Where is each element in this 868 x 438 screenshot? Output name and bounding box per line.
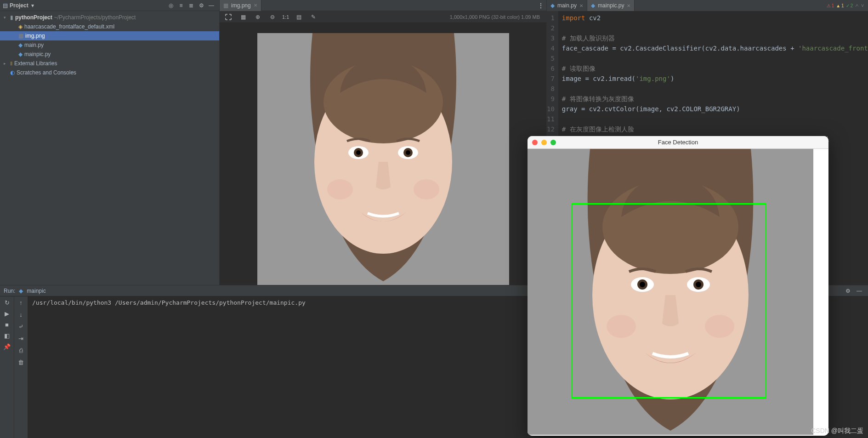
- python-file-icon: ◆: [550, 2, 555, 9]
- root-path: ~/PycharmProjects/pythonProject: [54, 14, 136, 21]
- detection-output-image: [528, 149, 813, 435]
- folder-icon: ▮: [10, 14, 13, 21]
- tab-mainpic-py[interactable]: ◆ mainpic.py ✕: [587, 0, 635, 11]
- python-file-icon: ◆: [591, 2, 595, 9]
- print-icon[interactable]: ⎙: [17, 346, 25, 354]
- py-file-icon: ◆: [18, 51, 23, 57]
- run-gutter-secondary: ↑ ↓ ⤶ ⇥ ⎙ 🗑: [14, 296, 28, 438]
- scratches-icon: ◐: [10, 69, 15, 76]
- fit-icon[interactable]: [223, 12, 233, 22]
- background-icon[interactable]: ▤: [294, 12, 304, 22]
- image-info: 1,000x1,000 PNG (32-bit color) 1.09 MB: [450, 14, 540, 20]
- popup-title: Face Detection: [528, 139, 828, 146]
- file-name: img.png: [25, 33, 45, 39]
- img-file-icon: ▦: [18, 33, 23, 39]
- run-icon[interactable]: ▶: [3, 309, 11, 318]
- code-tabs: ◆ main.py ✕ ◆ mainpic.py ✕ ⚠ 1 ▲ 1 ✓ 2 ㅅ…: [547, 0, 868, 11]
- down-icon[interactable]: ↓: [17, 310, 25, 319]
- tab-main-py[interactable]: ◆ main.py ✕: [547, 0, 587, 11]
- run-config-name: mainpic: [27, 288, 45, 294]
- displayed-image: [257, 33, 509, 285]
- tab-label: mainpic.py: [598, 2, 624, 9]
- run-settings-icon[interactable]: ⚙: [845, 288, 851, 294]
- scratches-label: Scratches and Consoles: [17, 69, 76, 76]
- scratches[interactable]: ◐ Scratches and Consoles: [0, 68, 219, 77]
- image-viewer[interactable]: [220, 23, 546, 285]
- popup-titlebar[interactable]: Face Detection: [528, 136, 828, 149]
- close-icon[interactable]: ✕: [254, 3, 257, 8]
- rerun-icon[interactable]: ↻: [3, 298, 11, 307]
- project-header: ▤ Project ▾ ◎ ≡ ≣ ⚙ —: [0, 0, 219, 11]
- run-label: Run:: [4, 288, 15, 294]
- library-icon: ⫴: [10, 60, 12, 67]
- svg-point-5: [356, 150, 361, 155]
- popup-body: [528, 149, 828, 436]
- eyedropper-icon[interactable]: ✎: [308, 12, 318, 22]
- run-gutter-primary: ↻ ▶ ■ ◧ 📌: [0, 296, 14, 438]
- file-name: mainpic.py: [24, 51, 51, 57]
- pin-icon[interactable]: 📌: [3, 342, 11, 351]
- py-file-icon: ◆: [18, 42, 23, 48]
- zoom-out-icon[interactable]: ⊖: [267, 12, 278, 22]
- inspection-status[interactable]: ⚠ 1 ▲ 1 ✓ 2 ㅅ ∨: [827, 2, 868, 9]
- file-main-py[interactable]: ◆main.py: [0, 40, 219, 50]
- chevron-right-icon: ▸: [4, 61, 8, 66]
- zoom-in-icon[interactable]: ⊕: [253, 12, 263, 22]
- image-editor: ▦ img.png ✕ ⋮ ▦ ⊕ ⊖ 1:1 ▤ ✎ 1,000x1,000 …: [220, 0, 546, 285]
- chevron-down-icon: ▾: [4, 15, 8, 20]
- svg-point-9: [327, 179, 353, 199]
- folder-icon: ▤: [3, 2, 8, 9]
- ext-libs-label: External Libraries: [14, 60, 57, 67]
- grid-icon[interactable]: ▦: [238, 12, 248, 22]
- locate-icon[interactable]: ◎: [166, 0, 176, 11]
- xml-file-icon: ◈: [18, 23, 23, 30]
- stop-icon[interactable]: ■: [3, 320, 11, 329]
- editor-tabs: ▦ img.png ✕ ⋮: [220, 0, 546, 11]
- tab-img-png[interactable]: ▦ img.png ✕: [220, 0, 261, 11]
- watermark: CSDN @叫我二蛋: [811, 427, 863, 435]
- clear-icon[interactable]: 🗑: [17, 358, 25, 366]
- file-mainpic-py[interactable]: ◆mainpic.py: [0, 50, 219, 59]
- scroll-end-icon[interactable]: ⇥: [17, 334, 25, 342]
- file-name: main.py: [24, 42, 44, 48]
- svg-point-10: [414, 179, 439, 199]
- hide-icon[interactable]: —: [854, 286, 864, 296]
- python-file-icon: ◆: [19, 288, 23, 294]
- project-tool-window: ▤ Project ▾ ◎ ≡ ≣ ⚙ — ▾ ▮ pythonProject …: [0, 0, 220, 285]
- image-toolbar: ▦ ⊕ ⊖ 1:1 ▤ ✎ 1,000x1,000 PNG (32-bit co…: [220, 11, 546, 23]
- expand-all-icon[interactable]: ≡: [176, 0, 186, 11]
- tab-label: main.py: [557, 2, 577, 9]
- zoom-label: 1:1: [282, 14, 289, 20]
- settings-icon[interactable]: ⚙: [196, 0, 206, 11]
- layout-icon[interactable]: ◧: [3, 331, 11, 340]
- project-dropdown-icon[interactable]: ▾: [31, 2, 34, 9]
- face-detection-window[interactable]: Face Detection: [528, 136, 828, 436]
- hide-icon[interactable]: —: [206, 0, 216, 11]
- close-icon[interactable]: ✕: [579, 3, 583, 8]
- tab-label: img.png: [231, 2, 251, 9]
- detection-bounding-box: [571, 203, 766, 398]
- project-tree: ▾ ▮ pythonProject ~/PycharmProjects/pyth…: [0, 11, 219, 79]
- tab-overflow-icon[interactable]: ⋮: [538, 2, 544, 9]
- close-icon[interactable]: ✕: [627, 3, 630, 8]
- up-icon[interactable]: ↑: [17, 298, 25, 307]
- external-libraries[interactable]: ▸ ⫴ External Libraries: [0, 59, 219, 68]
- file-haarcascade_frontalface_default-xml[interactable]: ◈haarcascade_frontalface_default.xml: [0, 22, 219, 31]
- collapse-all-icon[interactable]: ≣: [186, 0, 196, 11]
- svg-point-8: [406, 150, 410, 155]
- root-name: pythonProject: [15, 14, 52, 21]
- project-root[interactable]: ▾ ▮ pythonProject ~/PycharmProjects/pyth…: [0, 13, 219, 22]
- project-title: Project: [10, 2, 28, 9]
- image-file-icon: ▦: [223, 2, 228, 9]
- file-name: haarcascade_frontalface_default.xml: [24, 23, 114, 30]
- file-img-png[interactable]: ▦img.png: [0, 31, 219, 40]
- soft-wrap-icon[interactable]: ⤶: [17, 322, 25, 330]
